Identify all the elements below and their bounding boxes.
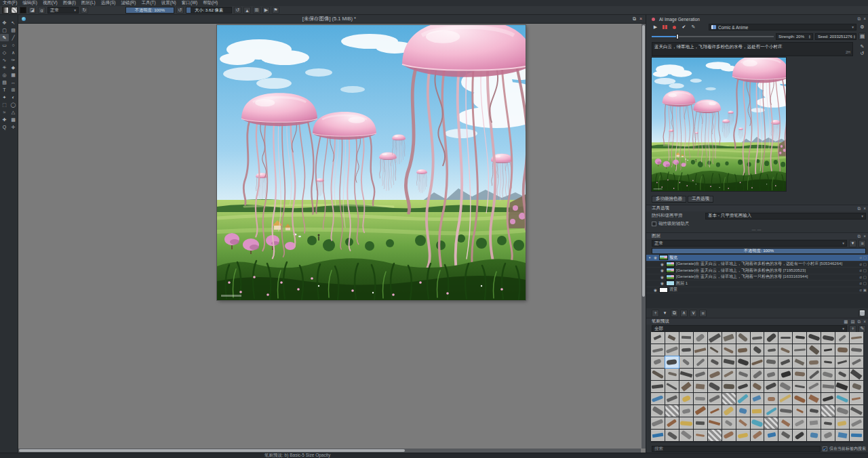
alpha-icon[interactable]: α (860, 288, 862, 292)
brush-preset[interactable] (793, 393, 806, 404)
freehand-select-tool[interactable]: ≈ (0, 108, 9, 116)
brush-preset[interactable] (850, 381, 863, 392)
brush-preset[interactable] (835, 405, 849, 417)
layer-filter-icon[interactable]: ▾ (849, 240, 856, 247)
brush-preset[interactable] (821, 417, 835, 429)
brush-preset[interactable] (708, 393, 722, 404)
brush-preset[interactable] (665, 430, 679, 441)
style-select[interactable]: Comic & Anime ▾ (709, 24, 856, 30)
brush-preset[interactable] (736, 405, 750, 417)
menu-item[interactable]: 设置(N) (159, 0, 179, 6)
brush-preset[interactable] (736, 430, 750, 441)
rectangle-tool[interactable]: ▭ (0, 41, 9, 49)
spin-arrows-icon[interactable]: ▴▾ (809, 35, 810, 39)
brush-preset[interactable] (835, 356, 849, 368)
brush-preset[interactable] (722, 430, 736, 441)
layer-properties-button[interactable]: ≡ (699, 310, 707, 317)
brush-preset[interactable] (778, 332, 792, 344)
similar-select-tool[interactable]: ▩ (9, 116, 18, 123)
menu-item[interactable]: 编辑(E) (20, 0, 40, 6)
brush-preset[interactable] (751, 332, 764, 344)
brush-preset[interactable] (651, 369, 665, 380)
menu-item[interactable]: 窗口(W) (179, 0, 200, 6)
brush-preset[interactable] (835, 344, 849, 356)
alpha-lock-icon[interactable]: α (38, 7, 45, 14)
brush-preset[interactable] (751, 369, 764, 380)
smoothing-select[interactable]: 基本 - 只平滑笔画输入▾ (705, 213, 866, 220)
layer-opacity-slider[interactable]: 不透明度: 100% (652, 248, 866, 254)
text-tool[interactable]: T (0, 86, 9, 93)
brush-preset[interactable] (736, 344, 750, 356)
brush-preset[interactable] (850, 356, 863, 368)
strength-spinbox[interactable]: Strength: 20%▴▾ (776, 33, 813, 40)
float-docker-icon[interactable]: ⧉ (858, 16, 861, 22)
brush-preset[interactable] (665, 332, 679, 344)
brush-preset[interactable] (764, 381, 778, 392)
brush-preset[interactable] (694, 356, 707, 368)
dynamic-brush-tool[interactable]: ✑ (9, 56, 18, 64)
brush-preset[interactable] (736, 332, 750, 344)
menu-item[interactable]: 图像(I) (60, 0, 79, 6)
brush-preset[interactable] (679, 344, 693, 356)
brush-preset[interactable] (708, 332, 722, 344)
brush-preset[interactable] (850, 405, 863, 417)
brush-preset[interactable] (736, 417, 750, 429)
reset-opacity-icon[interactable]: ↺ (176, 7, 184, 14)
brush-preset[interactable] (679, 405, 693, 417)
restore-window-icon[interactable]: ⧉ (633, 16, 636, 22)
brush-preset[interactable] (793, 381, 806, 392)
brush-preset[interactable] (722, 356, 736, 368)
chevron-down-icon[interactable]: ▾ (661, 310, 669, 317)
alpha-icon[interactable]: α (860, 255, 862, 259)
float-docker-icon[interactable]: ⧉ (858, 206, 861, 211)
assistant-checkbox[interactable] (652, 222, 656, 226)
move-tool[interactable]: ↖ (9, 19, 18, 26)
apply-check-icon[interactable]: ✔ (680, 24, 688, 31)
move-layer-down-button[interactable]: ∨ (690, 310, 697, 317)
brush-search-input[interactable]: 搜索 (652, 446, 821, 452)
wrap-around-icon[interactable]: ⊞ (253, 7, 260, 14)
brush-preset[interactable] (778, 344, 792, 356)
brush-preset[interactable] (679, 369, 693, 380)
brush-preset[interactable] (722, 369, 736, 380)
brush-preset[interactable] (694, 430, 707, 441)
layer-row[interactable]: ◉背景α▣ (646, 287, 868, 294)
brush-preset[interactable] (850, 344, 863, 356)
layer-row[interactable]: ◉图层 1α▢ (646, 280, 868, 287)
brush-preset[interactable] (850, 417, 863, 429)
brush-preset[interactable] (778, 405, 792, 417)
brush-preset[interactable] (793, 417, 806, 429)
edit-brush-icon[interactable]: ✎ (859, 325, 866, 333)
brush-preset[interactable] (708, 344, 722, 356)
foreground-color-swatch[interactable] (20, 7, 26, 14)
measure-tool[interactable]: ↔ (9, 79, 18, 86)
brush-preset[interactable] (850, 393, 863, 404)
menu-item[interactable]: 工具(T) (138, 0, 158, 6)
menu-item[interactable]: 文件(F) (0, 0, 20, 6)
brush-preset[interactable] (722, 405, 736, 417)
alpha-icon[interactable]: α (860, 275, 862, 279)
brush-preset[interactable] (764, 356, 778, 368)
brush-preset[interactable] (793, 356, 806, 368)
brush-preset[interactable] (651, 393, 665, 404)
brush-preset[interactable] (778, 369, 792, 380)
menu-item[interactable]: 帮助(H) (200, 0, 220, 6)
pause-icon[interactable] (661, 24, 669, 31)
brush-preset[interactable] (807, 393, 821, 404)
layer-row[interactable]: ◉[Generate]在 蓝天白云，绿草地上，飞翔着一只粉色的水母 [16331… (646, 274, 868, 281)
brush-preset[interactable] (751, 381, 764, 392)
brush-preset[interactable] (751, 417, 764, 429)
brush-preset[interactable] (708, 356, 722, 368)
brush-preset[interactable] (821, 332, 835, 344)
expander-icon[interactable]: ▾ (648, 255, 652, 259)
gradient-tool[interactable]: ▨ (9, 26, 18, 34)
brush-preset[interactable] (708, 405, 722, 417)
brush-preset[interactable] (807, 369, 821, 380)
brush-preset[interactable] (807, 430, 821, 441)
brush-preset[interactable] (736, 356, 750, 368)
assistants-tool[interactable]: ✦ (0, 93, 9, 101)
layer-blend-select[interactable]: 正常▾ (652, 240, 847, 247)
fill-tool[interactable]: ◆ (9, 64, 18, 71)
brush-preset[interactable] (679, 393, 693, 404)
delete-layer-button[interactable] (859, 310, 866, 317)
